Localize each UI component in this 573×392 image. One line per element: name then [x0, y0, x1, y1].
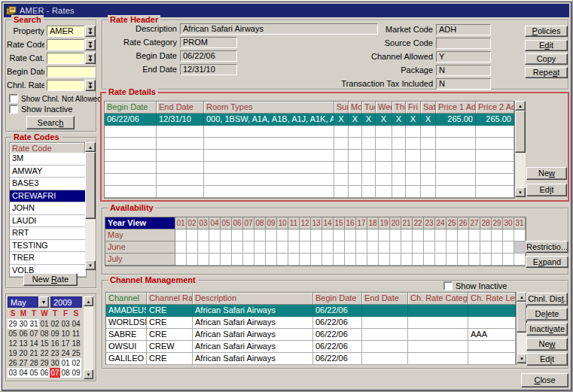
availability-cell[interactable]	[243, 242, 254, 254]
rate-details-column-header[interactable]: Thu	[392, 102, 406, 114]
availability-cell[interactable]	[254, 254, 266, 266]
channel-cell[interactable]: WORLDSPA	[106, 317, 147, 329]
channel-show-inactive-checkbox[interactable]: Show Inactive	[443, 281, 507, 290]
channel-cell[interactable]: CRE	[147, 353, 193, 365]
availability-cell[interactable]	[435, 242, 447, 254]
availability-cell[interactable]	[209, 254, 221, 266]
availability-cell[interactable]	[322, 254, 334, 266]
availability-cell[interactable]	[390, 254, 401, 266]
calendar-day[interactable]: 28	[29, 358, 39, 368]
calendar-day[interactable]: 06	[39, 368, 50, 378]
rate-details-empty-row[interactable]	[105, 126, 514, 138]
rate-details-cell[interactable]	[476, 126, 514, 138]
rate-details-empty-row[interactable]	[105, 186, 514, 198]
availability-cell[interactable]	[390, 242, 401, 254]
rate-details-cell[interactable]	[362, 186, 376, 198]
scroll-down-icon[interactable]: ▼	[515, 187, 526, 197]
rate-details-cell[interactable]	[392, 126, 406, 138]
availability-cell[interactable]	[187, 242, 198, 254]
channel-cell[interactable]: CRE	[147, 317, 193, 329]
availability-cell[interactable]	[435, 254, 447, 266]
edit-channel-button[interactable]: Edit	[526, 353, 568, 366]
availability-cell[interactable]	[221, 254, 232, 266]
calendar-day[interactable]: 15	[39, 339, 50, 348]
channel-column-header[interactable]: Channel	[106, 293, 147, 305]
rate-cat-lov-icon[interactable]: ↧	[85, 53, 96, 64]
availability-cell[interactable]	[379, 254, 390, 266]
channel-cell[interactable]	[408, 317, 468, 329]
rate-details-cell[interactable]	[204, 138, 334, 150]
channel-column-header[interactable]: End Date	[362, 293, 408, 305]
channel-column-header[interactable]: Description	[193, 293, 313, 305]
rate-details-cell[interactable]	[392, 174, 406, 186]
rate-details-cell[interactable]	[421, 162, 436, 174]
new-channel-button[interactable]: New	[526, 338, 568, 351]
scrollbar-track[interactable]	[517, 302, 527, 354]
rate-details-cell[interactable]	[476, 174, 514, 186]
channel-cell[interactable]	[408, 329, 468, 341]
availability-cell[interactable]	[198, 229, 209, 242]
rate-details-cell[interactable]	[157, 150, 204, 162]
rate-details-cell[interactable]	[421, 186, 436, 198]
rate-details-cell[interactable]	[406, 126, 421, 138]
channel-cell[interactable]	[362, 329, 408, 341]
availability-cell[interactable]	[503, 254, 514, 266]
availability-cell[interactable]	[345, 254, 356, 266]
availability-cell[interactable]	[401, 254, 413, 266]
channel-cell[interactable]: African Safari Airways	[193, 305, 313, 317]
rate-code-input[interactable]	[47, 39, 84, 50]
chnl-rate-lov-icon[interactable]: ↧	[85, 80, 96, 91]
repeat-button[interactable]: Repeat	[525, 67, 568, 78]
rate-details-cell[interactable]	[349, 174, 362, 186]
rate-details-cell[interactable]	[376, 162, 392, 174]
channel-row[interactable]: SABRECREAfrican Safari Airways06/22/06AA…	[106, 329, 516, 341]
rate-details-cell[interactable]	[406, 150, 421, 162]
availability-cell[interactable]	[334, 242, 345, 254]
calendar-day[interactable]: 22	[39, 348, 50, 358]
availability-cell[interactable]	[447, 229, 458, 242]
new-rate-detail-button[interactable]: New	[526, 167, 567, 180]
rate-details-cell[interactable]	[406, 138, 421, 150]
availability-cell[interactable]	[413, 242, 424, 254]
rate-details-cell[interactable]	[421, 138, 436, 150]
calendar-day[interactable]: 17	[60, 339, 71, 348]
channel-column-header[interactable]: Channel Rate	[147, 293, 193, 305]
rate-details-empty-row[interactable]	[105, 138, 514, 150]
channel-cell[interactable]	[362, 353, 408, 365]
rate-details-cell[interactable]	[406, 186, 421, 198]
availability-cell[interactable]	[187, 254, 198, 266]
title-bar[interactable]: AMER - Rates	[4, 4, 569, 17]
scroll-up-icon[interactable]: ▲	[84, 296, 93, 306]
calendar-month-select[interactable]: May	[8, 296, 38, 308]
rate-code-item[interactable]: TESTING	[10, 240, 86, 253]
rate-details-column-header[interactable]: End Date	[157, 102, 204, 114]
rate-details-cell[interactable]	[362, 126, 376, 138]
availability-cell[interactable]	[266, 242, 277, 254]
rate-details-column-header[interactable]: Mon	[349, 102, 362, 114]
rate-details-cell[interactable]	[421, 150, 436, 162]
availability-cell[interactable]	[413, 229, 424, 242]
availability-cell[interactable]	[198, 254, 209, 266]
calendar-day[interactable]: 31	[29, 319, 39, 329]
rate-code-item[interactable]: 3M	[10, 153, 86, 166]
rate-details-cell[interactable]	[204, 174, 334, 186]
channel-cell[interactable]: 06/22/06	[313, 305, 362, 317]
rate-details-cell[interactable]	[334, 186, 349, 198]
channel-cell[interactable]	[408, 353, 468, 365]
rate-details-cell[interactable]	[406, 162, 421, 174]
rate-details-empty-row[interactable]	[105, 174, 514, 186]
rate-details-cell[interactable]: 265.00	[436, 114, 476, 126]
rate-details-cell[interactable]	[349, 138, 362, 150]
availability-cell[interactable]	[458, 254, 469, 266]
channel-cell[interactable]: African Safari Airways	[193, 341, 313, 353]
rate-details-cell[interactable]	[334, 138, 349, 150]
rate-details-cell[interactable]	[376, 126, 392, 138]
availability-cell[interactable]	[447, 242, 458, 254]
rate-details-cell[interactable]	[157, 126, 204, 138]
calendar-day[interactable]: 24	[60, 348, 71, 358]
rate-details-cell[interactable]	[436, 162, 476, 174]
calendar-day[interactable]: 13	[18, 339, 29, 348]
calendar-day[interactable]: 18	[71, 339, 81, 348]
rate-details-column-header[interactable]: Sat	[421, 102, 436, 114]
rate-details-cell[interactable]	[105, 138, 157, 150]
